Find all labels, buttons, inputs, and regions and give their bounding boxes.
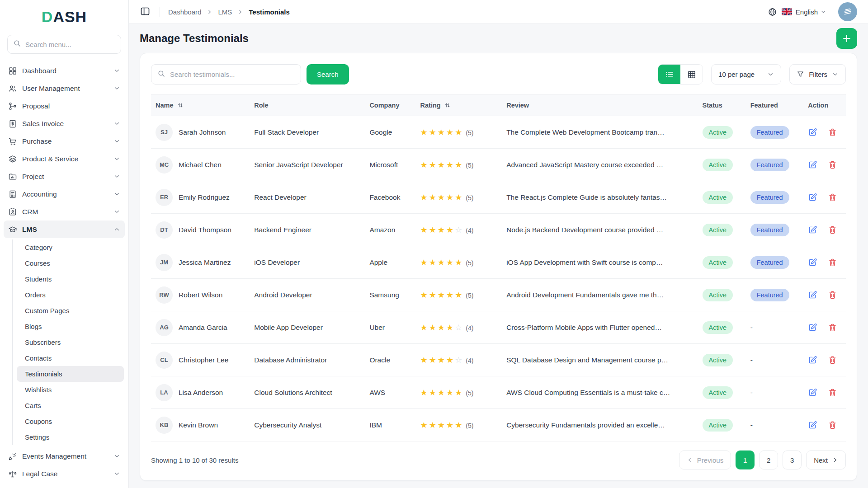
sidebar-item-proposal[interactable]: Proposal: [4, 97, 125, 115]
rating-count: (5): [466, 194, 473, 202]
sidebar-item-settings[interactable]: Settings: [17, 429, 124, 445]
grid-view-button[interactable]: [680, 65, 703, 84]
delete-button[interactable]: [828, 258, 838, 267]
sidebar-item-coupons[interactable]: Coupons: [17, 413, 124, 429]
chevron-down-icon: [832, 71, 839, 78]
sidebar-item-sales-invoice[interactable]: Sales Invoice: [4, 115, 125, 132]
sort-icon[interactable]: [444, 102, 451, 109]
testimonial-review: AWS Cloud Computing Essentials is a must…: [502, 376, 698, 409]
testimonials-search-input[interactable]: [170, 70, 295, 78]
edit-button[interactable]: [808, 160, 818, 170]
sidebar-item-purchase[interactable]: Purchase: [4, 132, 125, 150]
filters-button[interactable]: Filters: [789, 64, 846, 84]
delete-button[interactable]: [828, 290, 838, 300]
edit-button[interactable]: [808, 323, 818, 333]
add-testimonial-button[interactable]: [836, 28, 857, 49]
edit-button[interactable]: [808, 258, 818, 267]
testimonial-review: The React.js Complete Guide is absolutel…: [502, 181, 698, 214]
globe-icon[interactable]: [768, 7, 777, 17]
edit-button[interactable]: [808, 127, 818, 137]
testimonial-review: Cross-Platform Mobile Apps with Flutter …: [502, 311, 698, 344]
page-button-3[interactable]: 3: [783, 450, 802, 469]
edit-button[interactable]: [808, 388, 818, 398]
breadcrumb-dashboard[interactable]: Dashboard: [168, 8, 201, 16]
rating-stars: ★★★★☆: [420, 225, 464, 235]
delete-button[interactable]: [828, 355, 838, 365]
sidebar-toggle-button[interactable]: [140, 6, 151, 18]
edit-button[interactable]: [808, 192, 818, 202]
sidebar-item-user-management[interactable]: User Management: [4, 80, 125, 97]
delete-button[interactable]: [828, 127, 838, 137]
table-row: DTDavid Thompson Backend Engineer Amazon…: [151, 214, 846, 246]
rating-count: (5): [466, 129, 473, 136]
sidebar-item-product-service[interactable]: Product & Service: [4, 150, 125, 168]
column-header-review: Review: [502, 95, 698, 116]
topbar: Dashboard LMS Testimonials English: [129, 0, 868, 24]
per-page-select[interactable]: 10 per page: [711, 64, 781, 84]
search-icon: [13, 39, 21, 49]
sidebar-item-carts[interactable]: Carts: [17, 398, 124, 413]
list-view-button[interactable]: [658, 65, 680, 84]
status-badge: Active: [703, 321, 733, 334]
page-button-1[interactable]: 1: [736, 450, 755, 469]
view-toggle: [658, 64, 703, 84]
column-header-rating[interactable]: Rating: [416, 95, 502, 116]
breadcrumb-lms[interactable]: LMS: [218, 8, 232, 16]
delete-button[interactable]: [828, 388, 838, 398]
sidebar-item-blogs[interactable]: Blogs: [17, 319, 124, 334]
sidebar-search-input[interactable]: [25, 41, 115, 48]
sidebar-item-testimonials[interactable]: Testimonials: [17, 366, 124, 382]
sidebar-item-wishlists[interactable]: Wishlists: [17, 382, 124, 398]
column-header-name[interactable]: Name: [151, 95, 250, 116]
testimonial-role: React Developer: [250, 181, 365, 214]
avatar[interactable]: [838, 2, 857, 21]
featured-cell: Featured: [746, 214, 804, 246]
rating-stars: ★★★★★: [420, 160, 464, 169]
column-header-status: Status: [698, 95, 746, 116]
sidebar-item-crm[interactable]: CRM: [4, 203, 125, 221]
delete-button[interactable]: [828, 420, 838, 430]
row-avatar: RW: [156, 286, 173, 304]
sidebar-item-label: Dashboard: [22, 67, 113, 75]
layers-icon: [8, 155, 17, 164]
sidebar-item-lms[interactable]: LMS: [4, 221, 125, 238]
edit-button[interactable]: [808, 355, 818, 365]
sidebar-item-courses[interactable]: Courses: [17, 255, 124, 271]
sidebar-item-students[interactable]: Students: [17, 271, 124, 287]
delete-button[interactable]: [828, 160, 838, 170]
next-page-button[interactable]: Next: [806, 450, 846, 469]
featured-cell: Featured: [746, 116, 804, 149]
search-button[interactable]: Search: [307, 64, 349, 84]
rating-stars: ★★★★★: [420, 128, 464, 137]
sidebar-item-orders[interactable]: Orders: [17, 287, 124, 303]
sidebar-item-category[interactable]: Category: [17, 239, 124, 255]
delete-button[interactable]: [828, 323, 838, 333]
delete-button[interactable]: [828, 192, 838, 202]
chevron-down-icon: [113, 85, 120, 92]
sidebar-item-label: LMS: [22, 225, 113, 234]
testimonial-name: Lisa Anderson: [179, 389, 223, 397]
testimonial-company: Uber: [365, 311, 415, 344]
language-label[interactable]: English: [796, 8, 818, 16]
row-avatar: LA: [156, 384, 173, 401]
sidebar-item-label: Product & Service: [22, 155, 113, 163]
sidebar-item-custom-pages[interactable]: Custom Pages: [17, 303, 124, 319]
sidebar-item-dashboard[interactable]: Dashboard: [4, 62, 125, 80]
sidebar-item-events-management[interactable]: Events Management: [4, 447, 125, 465]
sidebar-item-subscribers[interactable]: Subscribers: [17, 334, 124, 350]
chevron-down-icon[interactable]: [820, 9, 826, 15]
sort-icon[interactable]: [177, 102, 184, 109]
results-summary: Showing 1 to 10 of 30 results: [151, 456, 238, 464]
previous-page-button[interactable]: Previous: [679, 450, 731, 469]
edit-button[interactable]: [808, 225, 818, 235]
breadcrumb-testimonials: Testimonials: [249, 8, 290, 16]
delete-button[interactable]: [828, 225, 838, 235]
sidebar-item-legal-case[interactable]: Legal Case: [4, 465, 125, 483]
edit-button[interactable]: [808, 420, 818, 430]
sidebar-item-project[interactable]: Project: [4, 168, 125, 185]
sidebar-item-accounting[interactable]: Accounting: [4, 185, 125, 203]
edit-button[interactable]: [808, 290, 818, 300]
sidebar-item-contacts[interactable]: Contacts: [17, 350, 124, 366]
featured-cell: Featured: [746, 181, 804, 214]
page-button-2[interactable]: 2: [759, 450, 778, 469]
